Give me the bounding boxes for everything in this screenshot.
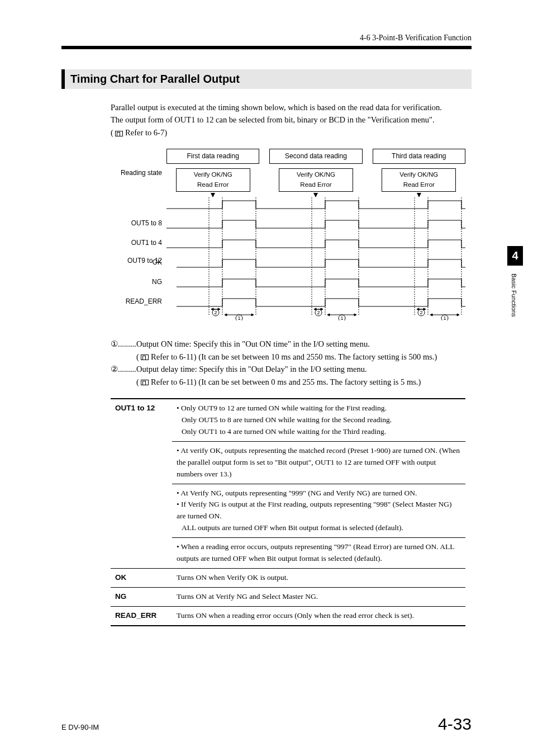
svg-marker-36 [430,314,432,316]
table-cell: • When a reading error occurs, outputs r… [172,538,465,569]
table-row: READ_ERR Turns ON when a reading error o… [111,606,465,625]
table-cell-line: • At Verify NG, outputs representing "99… [177,488,461,499]
chart-notes: ①.........Output ON time: Specify this i… [111,338,472,388]
svg-marker-14 [218,308,220,310]
chart-col-header: First data reading [166,149,259,164]
timing-waveforms: 2 1 2 1 [166,197,465,320]
svg-marker-34 [423,308,426,310]
svg-text:1: 1 [237,315,240,320]
breadcrumb: 4-6 3-Point-B Verification Function [61,34,472,42]
chapter-tab: 4 Basic Functions [507,246,523,317]
chart-row-label: Reading state [111,168,166,178]
chapter-label: Basic Functions [511,273,517,317]
table-key: OUT1 to 12 [111,399,172,569]
svg-text:1: 1 [340,315,343,320]
header-rule [61,46,472,49]
chart-col-header: Third data reading [373,149,465,164]
table-cell-line: • If Verify NG is output at the First re… [177,499,461,522]
table-key: READ_ERR [111,606,172,625]
chart-row-label: OUT1 to 4 [111,238,166,248]
intro-p1: Parallel output is executed at the timin… [111,101,472,114]
page-footer: E DV-90-IM 4-33 [61,715,472,734]
table-cell-line: Only OUT5 to 8 are turned ON while waiti… [177,414,461,426]
table-row: NG Turns ON at Verify NG and Select Mast… [111,587,465,606]
table-cell-line: Only OUT1 to 4 are turned ON while waiti… [177,426,461,438]
table-row: OUT1 to 12 • Only OUT9 to 12 are turned … [111,399,465,441]
table-cell-line: • Only OUT9 to 12 are turned ON while wa… [177,403,461,414]
table-cell-line: ALL outputs are turned OFF when Bit outp… [177,522,461,534]
chart-row-label: READ_ERR [111,296,166,307]
svg-marker-16 [225,314,227,316]
section-title: Timing Chart for Parallel Output [70,73,466,86]
table-cell: Turns ON when a reading error occurs (On… [172,606,465,625]
arrow-down-icon [211,193,215,197]
svg-marker-24 [321,308,323,310]
arrow-down-icon [417,193,421,197]
svg-marker-27 [354,314,356,316]
svg-marker-17 [251,314,254,316]
svg-marker-23 [314,308,316,310]
svg-marker-26 [327,314,330,316]
table-cell: Turns ON when Verify OK is output. [172,569,465,588]
section-heading: Timing Chart for Parallel Output [61,69,472,89]
reference-icon [141,380,149,385]
table-row: OK Turns ON when Verify OK is output. [111,569,465,588]
timing-chart: Reading state First data reading Second … [111,149,465,332]
chart-row-label: OUT5 to 8 [111,218,166,229]
svg-marker-37 [457,314,459,316]
table-cell: Turns ON at Verify NG and Select Master … [172,587,465,606]
signal-table: OUT1 to 12 • Only OUT9 to 12 are turned … [111,398,465,626]
svg-text:2: 2 [420,310,422,315]
intro-ref: ( Refer to 6-7) [111,126,472,139]
svg-text:1: 1 [443,315,446,320]
svg-marker-13 [211,308,213,310]
doc-id: E DV-90-IM [61,723,99,731]
reference-icon [115,131,123,136]
svg-marker-33 [417,308,419,310]
chart-row-label: NG [111,277,166,287]
chart-row-label: OK [111,257,166,268]
svg-text:2: 2 [214,310,217,315]
page-number: 4-33 [438,715,472,734]
intro-p2: The output form of OUT1 to 12 can be sel… [111,114,472,126]
table-key: NG [111,587,172,606]
chart-col-header: Second data reading [269,149,362,164]
arrow-down-icon [313,193,318,197]
table-cell: • At verify OK, outputs representing the… [172,441,465,484]
chapter-number: 4 [507,246,523,266]
table-key: OK [111,569,172,588]
reference-icon [141,355,149,360]
svg-text:2: 2 [317,310,320,315]
